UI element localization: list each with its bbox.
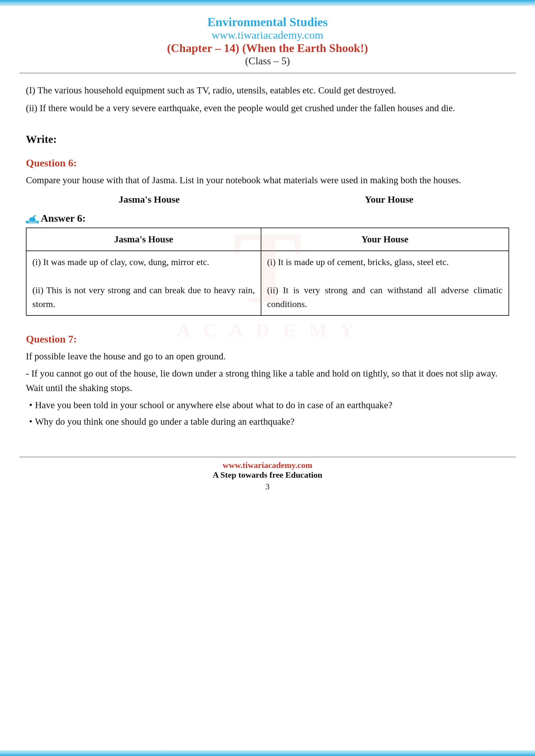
your-row2: (ii) It is very strong and can withstand… (267, 285, 503, 309)
bird-icon: TIWARI (26, 213, 39, 223)
jasma-row2: (ii) This is not very strong and can bre… (32, 285, 255, 309)
question7-section: Question 7: If possible leave the house … (26, 331, 509, 429)
answer6-label-row: TIWARI Answer 6: (26, 210, 509, 227)
chapter-title: (Chapter – 14) (When the Earth Shook!) (19, 41, 516, 55)
subject-title: Environmental Studies (19, 15, 516, 29)
question6-text: Compare your house with that of Jasma. L… (26, 173, 509, 187)
question7-line1: If possible leave the house and go to an… (26, 349, 509, 364)
main-content: (I) The various household equipment such… (0, 73, 535, 450)
footer-website: www.tiwariacademy.com (0, 461, 535, 470)
footer: www.tiwariacademy.com A Step towards fre… (0, 461, 535, 501)
question7-label: Question 7: (26, 331, 509, 347)
table-col1-head: Jasma's House (26, 228, 261, 251)
class-label: (Class – 5) (19, 55, 516, 67)
table-col2-head: Your House (261, 228, 509, 251)
footer-tagline: A Step towards free Education (0, 470, 535, 480)
question6-section: Question 6: Compare your house with that… (26, 155, 509, 316)
question7-bullet2-text: Why do you think one should go under a t… (35, 414, 294, 429)
bullet-dot-icon2: • (29, 414, 32, 429)
col2-header: Your House (269, 192, 509, 207)
table-cell-jasma: (i) It was made up of clay, cow, dung, m… (26, 251, 261, 315)
jasma-row1: (i) It was made up of clay, cow, dung, m… (32, 257, 209, 267)
table-cell-your: (i) It is made up of cement, bricks, gla… (261, 251, 509, 315)
bottom-gradient-bar (0, 750, 535, 756)
columns-header-row: Jasma's House Your House (26, 192, 509, 207)
footer-divider (19, 457, 516, 457)
answer6-label: Answer 6: (41, 210, 86, 227)
write-label: Write: (26, 131, 509, 148)
tiwari-logo: TIWARI (26, 213, 39, 223)
bullet-dot-icon: • (29, 398, 32, 413)
comparison-table: Jasma's House Your House (i) It was made… (26, 228, 509, 316)
svg-point-1 (35, 215, 36, 217)
col1-header: Jasma's House (29, 192, 269, 207)
page-header: Environmental Studies www.tiwariacademy.… (0, 6, 535, 73)
page-number: 3 (0, 482, 535, 492)
question7-bullet1: • • Have you been told in your school or… (29, 398, 509, 413)
top-gradient-bar (0, 0, 535, 6)
question7-line2: - If you cannot go out of the house, lie… (26, 366, 509, 395)
your-row1: (i) It is made up of cement, bricks, gla… (267, 257, 449, 267)
intro-point-i: (I) The various household equipment such… (26, 83, 509, 97)
svg-text:TIWARI: TIWARI (28, 221, 37, 223)
question6-label: Question 6: (26, 155, 509, 171)
question7-bullet2: • Why do you think one should go under a… (29, 414, 509, 429)
intro-section: (I) The various household equipment such… (26, 83, 509, 115)
question7-bullet1-text-display: Have you been told in your school or any… (35, 398, 392, 413)
write-section: Write: (26, 131, 509, 148)
header-website: www.tiwariacademy.com (19, 29, 516, 41)
intro-point-ii: (ii) If there would be a very severe ear… (26, 101, 509, 115)
table-row: (i) It was made up of clay, cow, dung, m… (26, 251, 509, 315)
